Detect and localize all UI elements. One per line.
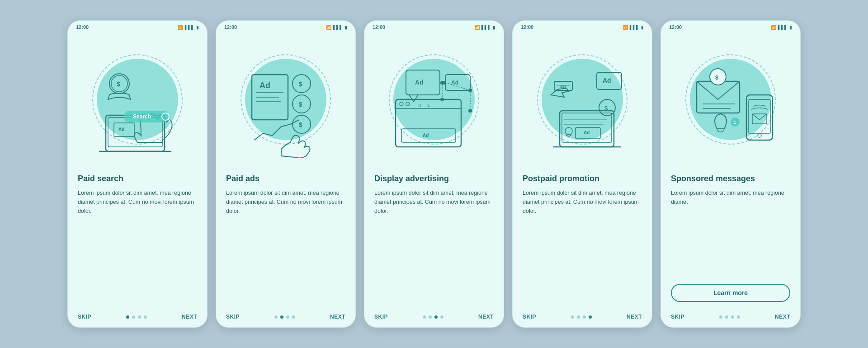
skip-2[interactable]: SKIP: [226, 314, 240, 320]
dot-3-1: [423, 315, 426, 319]
dot-4-1: [571, 315, 574, 319]
dot-3-2: [429, 315, 432, 319]
svg-point-65: [758, 134, 761, 137]
dots-2: [274, 315, 295, 319]
body-sponsored-messages: Lorem ipsum dolor sit dim amet, mea regi…: [671, 188, 790, 279]
skip-5[interactable]: SKIP: [671, 314, 684, 320]
dot-3-3: [434, 315, 438, 319]
svg-text:$: $: [715, 74, 719, 81]
next-5[interactable]: NEXT: [775, 314, 790, 320]
svg-text:Ad: Ad: [259, 81, 270, 90]
dots-3: [423, 315, 443, 319]
main-container: 12:00 📶 ▌▌▌ ▮ Ad: [58, 11, 810, 337]
svg-text:>: >: [427, 103, 430, 109]
display-advertising-svg: < > Ad Ad Ad: [375, 41, 493, 158]
dot-1-4: [144, 315, 147, 319]
next-2[interactable]: NEXT: [330, 314, 345, 320]
title-paid-ads: Paid ads: [226, 174, 345, 184]
status-icons-1: 📶 ▌▌▌ ▮: [178, 25, 199, 30]
illustration-postpaid-promotion: Ad $ Ad $$$: [513, 32, 652, 167]
status-icons-3: 📶 ▌▌▌ ▮: [474, 25, 495, 30]
paid-search-svg: Ad $ Search: [79, 41, 196, 158]
bottom-nav-2: SKIP NEXT: [216, 309, 355, 327]
svg-text:Ad: Ad: [118, 127, 124, 132]
dot-1-1: [126, 315, 129, 319]
battery-icon-5: ▮: [789, 25, 792, 30]
svg-text:$: $: [299, 80, 302, 88]
illustration-paid-ads: Ad $ $ $: [216, 32, 355, 167]
content-paid-search: Paid search Lorem ipsum dolor sit dim am…: [68, 167, 207, 309]
time-1: 12:00: [76, 24, 89, 30]
wifi-icon-4: 📶: [623, 25, 628, 30]
body-paid-ads: Lorem ipsum dolor sit dim amet, mea regi…: [226, 188, 345, 305]
dot-5-3: [731, 315, 734, 319]
dots-4: [571, 315, 592, 319]
next-4[interactable]: NEXT: [627, 314, 642, 320]
illustration-display-advertising: < > Ad Ad Ad: [364, 32, 504, 167]
title-display-advertising: Display advertising: [374, 174, 494, 184]
dot-2-4: [292, 315, 295, 319]
svg-point-40: [468, 89, 472, 92]
svg-point-25: [400, 102, 403, 106]
phone-card-display-advertising: 12:00 📶 ▌▌▌ ▮ < > Ad: [364, 20, 504, 328]
wifi-icon-3: 📶: [474, 25, 480, 30]
bottom-nav-1: SKIP NEXT: [68, 309, 207, 327]
dot-2-1: [274, 315, 278, 319]
svg-text:Ad: Ad: [584, 130, 590, 135]
postpaid-promotion-svg: Ad $ Ad $$$: [524, 41, 641, 158]
status-bar-4: 12:00 📶 ▌▌▌ ▮: [513, 21, 652, 32]
svg-text:1: 1: [734, 120, 736, 125]
time-3: 12:00: [373, 24, 385, 30]
svg-text:$: $: [299, 121, 302, 128]
status-bar-2: 12:00 📶 ▌▌▌ ▮: [216, 21, 355, 32]
wifi-icon-2: 📶: [326, 25, 331, 30]
dot-3-4: [440, 315, 443, 319]
status-bar-5: 12:00 📶 ▌▌▌ ▮: [661, 21, 800, 32]
bottom-nav-5: SKIP NEXT: [661, 309, 800, 327]
svg-text:Ad: Ad: [415, 79, 424, 86]
svg-text:Search: Search: [133, 113, 151, 120]
status-icons-4: 📶 ▌▌▌ ▮: [623, 25, 644, 30]
dot-4-3: [583, 315, 586, 319]
dot-5-2: [725, 315, 728, 319]
dot-4-2: [577, 315, 580, 319]
next-3[interactable]: NEXT: [478, 314, 494, 320]
dot-2-3: [286, 315, 289, 319]
illustration-sponsored-messages: $ 1: [661, 32, 800, 167]
phone-card-paid-ads: 12:00 📶 ▌▌▌ ▮ Ad $ $: [216, 20, 356, 328]
dot-1-2: [132, 315, 135, 319]
svg-text:$$$: $$$: [560, 85, 566, 89]
signal-icon: ▌▌▌: [185, 25, 194, 30]
content-postpaid-promotion: Postpaid promotion Lorem ipsum dolor sit…: [513, 167, 652, 309]
skip-3[interactable]: SKIP: [374, 314, 388, 320]
wifi-icon: 📶: [178, 25, 183, 30]
svg-text:Ad: Ad: [423, 133, 429, 138]
learn-more-button[interactable]: Learn more: [671, 284, 790, 302]
bottom-nav-3: SKIP NEXT: [364, 309, 504, 327]
time-5: 12:00: [669, 24, 682, 30]
signal-icon-4: ▌▌▌: [630, 25, 639, 30]
svg-point-26: [406, 102, 410, 106]
title-postpaid-promotion: Postpaid promotion: [523, 174, 642, 184]
skip-4[interactable]: SKIP: [523, 314, 536, 320]
svg-text:$: $: [604, 105, 608, 112]
body-postpaid-promotion: Lorem ipsum dolor sit dim amet, mea regi…: [523, 188, 642, 305]
skip-1[interactable]: SKIP: [78, 314, 91, 320]
signal-icon-2: ▌▌▌: [333, 25, 343, 30]
signal-icon-3: ▌▌▌: [481, 25, 491, 30]
dot-2-2: [280, 315, 283, 319]
content-sponsored-messages: Sponsored messages Lorem ipsum dolor sit…: [661, 167, 800, 309]
dots-1: [126, 315, 147, 319]
status-icons-2: 📶 ▌▌▌ ▮: [326, 25, 347, 30]
svg-text:$: $: [117, 80, 120, 88]
time-4: 12:00: [521, 24, 533, 30]
battery-icon-4: ▮: [641, 25, 644, 30]
svg-point-37: [440, 98, 444, 101]
phone-card-paid-search: 12:00 📶 ▌▌▌ ▮ Ad: [67, 20, 208, 328]
svg-rect-43: [560, 111, 614, 147]
title-sponsored-messages: Sponsored messages: [671, 174, 790, 184]
next-1[interactable]: NEXT: [182, 314, 197, 320]
phone-card-postpaid-promotion: 12:00 📶 ▌▌▌ ▮: [512, 20, 652, 328]
wifi-icon-5: 📶: [771, 25, 776, 30]
svg-point-48: [565, 127, 572, 135]
